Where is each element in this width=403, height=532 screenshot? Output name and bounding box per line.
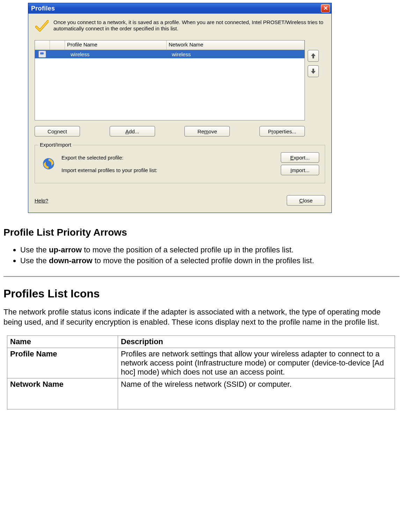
bottom-row: Help? Close bbox=[35, 195, 325, 206]
window-title: Profiles bbox=[31, 5, 321, 12]
icons-table: Name Description Profile Name Profiles a… bbox=[7, 335, 395, 409]
table-row: Profile Name Profiles are network settin… bbox=[7, 348, 395, 378]
bullet-up-arrow: Use the up-arrow to move the position of… bbox=[20, 245, 400, 255]
close-button[interactable]: Close bbox=[287, 195, 325, 206]
header-network-name[interactable]: Network Name bbox=[167, 40, 305, 50]
profiles-list[interactable]: Profile Name Network Name wireless wirel… bbox=[35, 40, 305, 120]
profiles-dialog-screenshot: Profiles ✕ Once you connect to a network… bbox=[28, 3, 332, 213]
export-button[interactable]: Export... bbox=[281, 152, 319, 163]
export-import-group: Export/Import Export the selec bbox=[35, 145, 325, 183]
help-link[interactable]: Help? bbox=[35, 198, 48, 204]
checkmark-icon bbox=[35, 19, 49, 34]
th-description: Description bbox=[118, 336, 395, 348]
intro-text: Once you connect to a network, it is sav… bbox=[53, 19, 325, 32]
remove-button[interactable]: Remove bbox=[184, 126, 230, 136]
intro-row: Once you connect to a network, it is sav… bbox=[35, 19, 325, 34]
row-profile-name: wireless bbox=[68, 51, 170, 57]
document-body: Profile List Priority Arrows Use the up-… bbox=[3, 227, 400, 409]
bullet-down-arrow: Use the down-arrow to move the position … bbox=[20, 256, 400, 266]
add-button[interactable]: Add... bbox=[110, 126, 155, 136]
arrows-bullets: Use the up-arrow to move the position of… bbox=[3, 245, 400, 266]
import-label: Import external profiles to your profile… bbox=[61, 167, 281, 173]
td-network-desc: Name of the wireless network (SSID) or c… bbox=[118, 378, 395, 409]
priority-arrows bbox=[305, 40, 325, 120]
td-profile-name: Profile Name bbox=[7, 348, 118, 378]
group-title: Export/Import bbox=[38, 142, 73, 148]
connect-button[interactable]: Connect bbox=[35, 126, 80, 136]
td-network-name: Network Name bbox=[7, 378, 118, 409]
profiles-dialog: Profiles ✕ Once you connect to a network… bbox=[28, 3, 332, 213]
titlebar: Profiles ✕ bbox=[28, 3, 331, 14]
properties-button[interactable]: Properties... bbox=[259, 126, 305, 136]
up-arrow-button[interactable] bbox=[308, 50, 319, 62]
table-row: Network Name Name of the wireless networ… bbox=[7, 378, 395, 409]
divider bbox=[3, 276, 400, 277]
heading-list-icons: Profiles List Icons bbox=[3, 287, 400, 300]
down-arrow-button[interactable] bbox=[308, 65, 319, 77]
adapter-icon bbox=[35, 51, 50, 58]
export-label: Export the selected profile: bbox=[61, 155, 281, 161]
header-profile-name[interactable]: Profile Name bbox=[65, 40, 167, 50]
table-header-row: Name Description bbox=[7, 336, 395, 348]
header-icon-col2[interactable] bbox=[50, 40, 65, 50]
row-network-name: wireless bbox=[170, 51, 305, 57]
header-icon-col1[interactable] bbox=[35, 40, 50, 50]
profile-row-selected[interactable]: wireless wireless bbox=[35, 50, 305, 58]
sync-icon bbox=[41, 153, 57, 174]
close-icon[interactable]: ✕ bbox=[321, 4, 330, 13]
icons-paragraph: The network profile status icons indicat… bbox=[3, 307, 396, 327]
import-button[interactable]: Import... bbox=[281, 165, 319, 175]
td-profile-desc: Profiles are network settings that allow… bbox=[118, 348, 395, 378]
list-header: Profile Name Network Name bbox=[35, 40, 305, 50]
th-name: Name bbox=[7, 336, 118, 348]
heading-priority-arrows: Profile List Priority Arrows bbox=[3, 227, 400, 238]
action-buttons: Connect Add... Remove Properties... bbox=[35, 126, 325, 136]
